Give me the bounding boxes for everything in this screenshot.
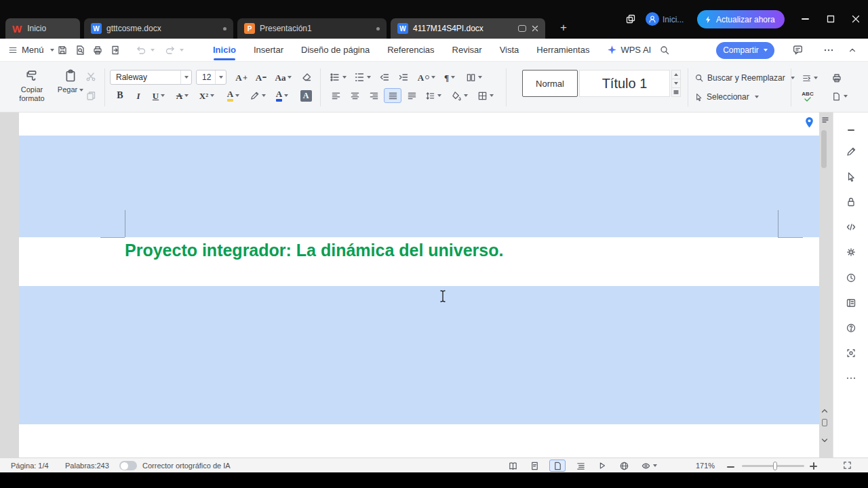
style-scroll-down-button[interactable] xyxy=(671,79,681,88)
paste-button[interactable]: Pegar xyxy=(56,66,85,109)
field-codes-button[interactable] xyxy=(846,222,856,232)
bold-button[interactable]: B xyxy=(111,88,129,103)
ink-pen-button[interactable] xyxy=(247,88,269,103)
shrink-font-button[interactable]: A xyxy=(252,70,270,85)
document-heading[interactable]: Proyecto integrador: La dinámica del uni… xyxy=(125,241,503,260)
zoom-value[interactable]: 171% xyxy=(696,462,715,470)
previous-page-button[interactable] xyxy=(821,404,828,416)
formatting-marks-button[interactable]: ¶ xyxy=(439,70,460,85)
undo-options-button[interactable] xyxy=(149,39,155,61)
maximize-button[interactable] xyxy=(825,13,837,25)
window-switch-icon[interactable] xyxy=(625,14,636,27)
underline-button[interactable]: U xyxy=(148,88,170,103)
print-preview-button[interactable] xyxy=(75,39,85,61)
close-button[interactable] xyxy=(850,13,862,25)
zoom-slider-thumb[interactable] xyxy=(773,462,777,470)
tab-herramientas[interactable]: Herramientas xyxy=(536,39,589,61)
read-mode-button[interactable] xyxy=(506,460,519,472)
tab-vista[interactable]: Vista xyxy=(500,39,519,61)
borders-button[interactable] xyxy=(473,88,498,103)
fit-page-button[interactable] xyxy=(842,460,852,472)
write-mode-button[interactable] xyxy=(528,460,541,472)
search-button[interactable] xyxy=(659,39,670,61)
minimize-button[interactable] xyxy=(799,13,811,25)
undo-button[interactable] xyxy=(136,39,146,61)
tab-inicio[interactable]: Inicio xyxy=(213,39,236,61)
shading-button[interactable] xyxy=(448,88,472,103)
tab-insertar[interactable]: Insertar xyxy=(254,39,283,61)
bullet-list-button[interactable] xyxy=(327,70,349,85)
style-scroll-up-button[interactable] xyxy=(671,70,681,79)
justify-button[interactable] xyxy=(384,88,401,103)
style-gallery-more-button[interactable] xyxy=(671,88,681,97)
columns-button[interactable] xyxy=(462,70,486,85)
grow-font-button[interactable]: A xyxy=(233,70,251,85)
tab-home[interactable]: W Inicio xyxy=(5,18,80,39)
protect-document-button[interactable] xyxy=(846,197,856,207)
comments-button[interactable] xyxy=(792,39,804,61)
font-color-button[interactable]: A xyxy=(270,88,294,103)
clear-format-button[interactable] xyxy=(298,70,315,85)
line-spacing-button[interactable] xyxy=(422,88,445,103)
text-highlight-button[interactable]: A xyxy=(221,88,245,103)
vertical-scrollbar-thumb[interactable] xyxy=(821,130,827,168)
italic-button[interactable]: I xyxy=(130,88,146,103)
print-button[interactable] xyxy=(92,39,103,61)
asian-layout-button[interactable]: A xyxy=(415,70,438,85)
export-button[interactable] xyxy=(110,39,121,61)
decrease-indent-button[interactable] xyxy=(376,70,393,85)
redo-options-button[interactable] xyxy=(178,39,184,61)
format-painter-button[interactable]: Copiar formato xyxy=(9,66,54,109)
save-button[interactable] xyxy=(57,39,68,61)
superscript-button[interactable]: X² xyxy=(195,88,218,103)
select-tool-button[interactable] xyxy=(846,171,856,182)
tab-revisar[interactable]: Revisar xyxy=(452,39,482,61)
tab-referencias[interactable]: Referencias xyxy=(387,39,434,61)
collapse-sidebar-button[interactable] xyxy=(846,125,856,136)
distribute-button[interactable] xyxy=(403,88,420,103)
page-indicator[interactable]: Página: 1/4 xyxy=(11,462,49,470)
play-presentation-button[interactable] xyxy=(595,460,609,472)
char-shading-button[interactable]: A xyxy=(297,88,315,103)
text-tools-button[interactable] xyxy=(797,70,822,85)
tab-wps-ai[interactable]: WPS AI xyxy=(607,39,651,61)
increase-indent-button[interactable] xyxy=(395,70,412,85)
document-canvas[interactable]: Proyecto integrador: La dinámica del uni… xyxy=(0,113,833,458)
tab-diseno-de-pagina[interactable]: Diseño de página xyxy=(301,39,370,61)
tab-document-gtttcosme[interactable]: W gtttcosme.docx xyxy=(84,18,233,39)
spell-check-button[interactable]: ABC xyxy=(797,89,818,104)
help-button[interactable] xyxy=(846,323,856,333)
edit-mode-button[interactable] xyxy=(846,146,856,157)
more-options-button[interactable] xyxy=(823,39,834,61)
share-button[interactable]: Compartir xyxy=(716,42,774,59)
page-layout-view-button[interactable] xyxy=(549,460,566,472)
navigation-pane-button[interactable] xyxy=(846,298,856,308)
change-case-button[interactable]: Aa xyxy=(273,70,294,85)
redo-button[interactable] xyxy=(165,39,176,61)
locate-position-button[interactable] xyxy=(803,116,816,131)
select-button[interactable]: Seleccionar xyxy=(694,90,759,104)
web-view-button[interactable] xyxy=(617,460,631,472)
zoom-out-button[interactable] xyxy=(727,461,734,469)
style-normal[interactable]: Normal xyxy=(522,70,578,97)
align-right-button[interactable] xyxy=(365,88,382,103)
login-label[interactable]: Inici... xyxy=(663,15,684,24)
avatar[interactable] xyxy=(646,12,659,26)
find-replace-button[interactable]: Buscar y Reemplazar xyxy=(694,71,795,85)
next-page-button[interactable] xyxy=(821,434,828,446)
browse-object-button[interactable] xyxy=(822,419,827,426)
tab-document-active[interactable]: W 4117M14S4PI.docx xyxy=(391,18,545,39)
main-menu-button[interactable]: Menú xyxy=(8,39,54,61)
style-titulo-1[interactable]: Título 1 xyxy=(579,70,670,97)
update-now-button[interactable]: Actualizar ahora xyxy=(697,10,785,28)
tab-close-icon[interactable] xyxy=(532,25,538,32)
quick-print-button[interactable] xyxy=(829,70,845,85)
page-setup-button[interactable] xyxy=(829,89,850,104)
align-center-button[interactable] xyxy=(346,88,363,103)
copy-button[interactable] xyxy=(85,90,96,104)
scrollbar-options-button[interactable] xyxy=(821,115,829,127)
heading-paragraph[interactable]: Proyecto integrador: La dinámica del uni… xyxy=(19,237,819,286)
tab-presentation[interactable]: P Presentación1 xyxy=(237,18,387,39)
more-tools-button[interactable] xyxy=(846,373,856,384)
font-name-select[interactable]: Raleway xyxy=(110,70,192,85)
